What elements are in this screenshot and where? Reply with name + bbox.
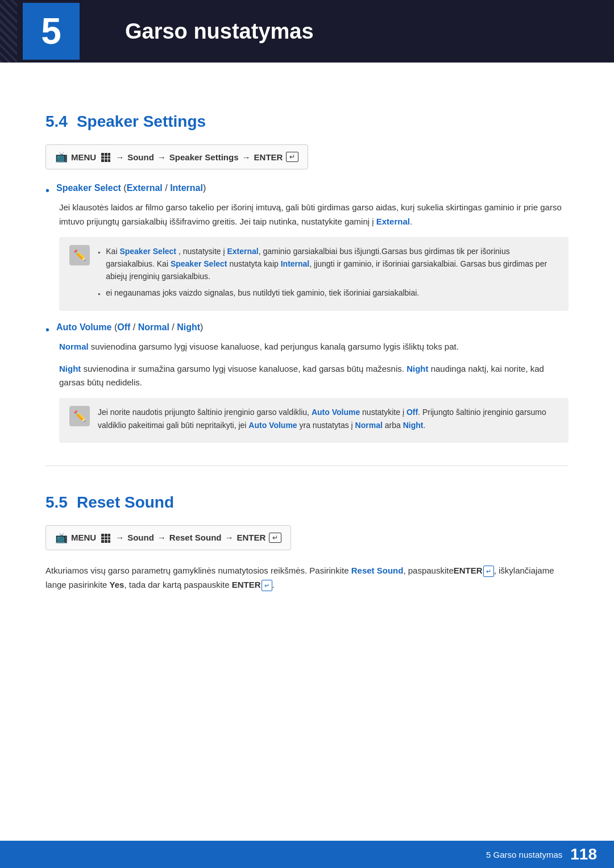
note-content-auto-volume: Jei norite naudotis prijungto šaltinio į… — [98, 406, 558, 435]
note-content-speaker-select: ▪ Kai Speaker Select , nustatysite į Ext… — [98, 245, 558, 303]
bullet-dot-2: • — [45, 323, 49, 337]
section-54-number: 5.4 — [45, 113, 68, 131]
note-sub-item-3: Jei norite naudotis prijungto šaltinio į… — [98, 406, 558, 431]
menu-reset-sound-label: Reset Sound — [169, 533, 222, 542]
auto-volume-para-2: Night suvienodina ir sumažina garsumo ly… — [59, 362, 569, 391]
note-sub-item-1: ▪ Kai Speaker Select , nustatysite į Ext… — [98, 245, 558, 283]
menu-sound-label-55: Sound — [127, 533, 154, 542]
section-divider — [45, 466, 569, 466]
note-sub-dot-2: ▪ — [98, 289, 100, 300]
menu-path-55: 📺 MENU → Sound → Reset Sound → ENTER ↵ — [45, 525, 291, 550]
grid-icon-container-55 — [99, 533, 112, 543]
bullet-label-speaker-select: Speaker Select (External / Internal) — [56, 183, 206, 193]
section-54-heading: 5.4 Speaker Settings — [45, 113, 569, 131]
section-55-heading: 5.5 Reset Sound — [45, 493, 569, 512]
section-55-number: 5.5 — [45, 493, 68, 512]
bullet-speaker-select: • Speaker Select (External / Internal) J… — [45, 183, 569, 311]
reset-sound-para: Atkuriamos visų garso parametrų gamyklin… — [45, 564, 569, 592]
bullet-item-speaker-select: • Speaker Select (External / Internal) — [45, 183, 569, 197]
auto-volume-para-1: Normal suvienodina garsumo lygį visuose … — [59, 340, 569, 354]
arrow-55-2: → — [157, 533, 166, 542]
menu-enter-label-54: ENTER — [254, 152, 283, 162]
note-sub-item-2: ▪ ei negaunamas joks vaizdo signalas, bu… — [98, 286, 558, 300]
chapter-title: Garso nustatymas — [125, 19, 314, 44]
menu-keyword-55: MENU — [71, 533, 96, 542]
footer-page-number: 118 — [570, 845, 597, 863]
arrow-3: → — [242, 152, 251, 162]
note-box-auto-volume: ✏️ Jei norite naudotis prijungto šaltini… — [59, 398, 569, 443]
section-55-title: Reset Sound — [77, 493, 174, 512]
menu-sound-label: Sound — [127, 152, 154, 162]
remote-menu-icon-55: 📺 — [55, 531, 68, 544]
section-54-title: Speaker Settings — [77, 113, 206, 131]
enter-icon-55: ↵ — [269, 533, 281, 543]
remote-menu-icon: 📺 — [55, 151, 68, 163]
header-stripe-decoration — [0, 0, 17, 63]
note-pencil-icon-2: ✏️ — [69, 406, 90, 426]
note-sub-text-1: Kai Speaker Select , nustatysite į Exter… — [106, 245, 558, 283]
bullet-item-auto-volume: • Auto Volume (Off / Normal / Night) — [45, 322, 569, 337]
bullet-auto-volume: • Auto Volume (Off / Normal / Night) Nor… — [45, 322, 569, 443]
arrow-55-1: → — [115, 533, 124, 542]
arrow-2: → — [157, 152, 166, 162]
bullet-label-auto-volume: Auto Volume (Off / Normal / Night) — [56, 322, 203, 333]
note-pencil-icon-1: ✏️ — [69, 245, 90, 265]
speaker-select-para: Jei klausotės laidos ar filmo garso take… — [59, 201, 569, 229]
note-sub-text-2: ei negaunamas joks vaizdo signalas, bus … — [106, 286, 419, 299]
chapter-header: 5 Garso nustatymas — [0, 0, 614, 63]
footer-text: 5 Garso nustatymas — [486, 850, 562, 859]
note-box-speaker-select: ✏️ ▪ Kai Speaker Select , nustatysite į … — [59, 237, 569, 311]
footer: 5 Garso nustatymas 118 — [0, 841, 614, 868]
enter-icon-54: ↵ — [286, 152, 298, 162]
arrow-1: → — [115, 152, 124, 162]
bullet-dot-1: • — [45, 184, 49, 197]
grid-icon-container — [99, 152, 112, 162]
menu-speaker-settings-label: Speaker Settings — [169, 152, 239, 162]
menu-path-54: 📺 MENU → Sound → Speaker Settings → ENTE… — [45, 144, 308, 169]
chapter-number: 5 — [23, 3, 80, 60]
main-content: 5.4 Speaker Settings 📺 MENU → Sound → Sp… — [0, 63, 614, 645]
note-sub-dot-1: ▪ — [98, 247, 100, 258]
arrow-55-3: → — [225, 533, 234, 542]
note-sub-text-3: Jei norite naudotis prijungto šaltinio į… — [98, 406, 558, 431]
menu-keyword: MENU — [71, 152, 96, 162]
menu-enter-label-55: ENTER — [237, 533, 266, 542]
